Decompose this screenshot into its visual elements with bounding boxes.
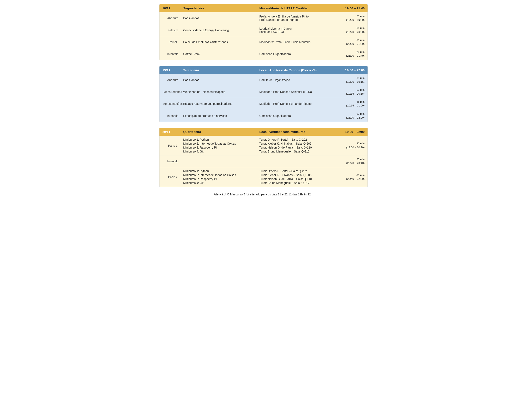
row-info: Comissão Organizadora — [259, 114, 335, 118]
header-date: 18/11 — [162, 6, 183, 10]
row-info: Mediador: Prof. Daniel Fernando Pigatto — [259, 102, 335, 105]
table-row: IntervaloCoffee BreakComissão Organizado… — [159, 48, 368, 60]
row-type: Intervalo — [162, 52, 183, 56]
row-type: Intervalo — [162, 160, 183, 163]
header-location: Local: Auditório da Reitoria (Bloco V4) — [259, 68, 335, 72]
section-monday: 18/11Segunda-feiraMiniauditório da UTFPR… — [159, 4, 368, 60]
row-info: Comissão Organizadora — [259, 52, 335, 56]
row-info-item: Tutor: Kleber K. H. Nabas – Sala: Q-205 — [259, 142, 333, 145]
table-row: PainelPainel de Ex-alunos #sistel20anosM… — [159, 36, 368, 48]
row-title-block: Minicurso 1: PythonMinicurso 2: Internet… — [183, 138, 259, 153]
header-date: 20/11 — [162, 130, 183, 134]
row-info-item: Tutor: Bruno Meneguele – Sala: Q-212 — [259, 181, 333, 184]
row-title-block: Minicurso 1: PythonMinicurso 2: Internet… — [183, 169, 259, 184]
row-type: Parte 1 — [162, 144, 183, 147]
row-duration: 60 min (19:20 – 20:20) — [335, 26, 365, 34]
row-title: Boas-vindas — [183, 16, 259, 20]
row-title-item: Minicurso 1: Python — [183, 138, 257, 141]
header-tuesday: 19/11Terça-feiraLocal: Auditório da Reit… — [159, 66, 368, 74]
row-type: Parte 2 — [162, 175, 183, 179]
header-day: Segunda-feira — [183, 6, 259, 10]
table-row: AberturaBoas-vindasComitê de Organização… — [159, 74, 368, 86]
footer-bold: Atenção! — [214, 193, 226, 196]
table-row: Intervalo20 min (20:20 – 20:40) — [159, 155, 368, 167]
row-info-block: Tutor: Omero F. Bertol – Sala: Q-202Tuto… — [259, 169, 335, 184]
row-duration: 80 min (20:40 – 22:00) — [335, 173, 365, 181]
row-title-item: Minicurso 4: Git — [183, 181, 257, 184]
row-type: Painel — [162, 40, 183, 44]
header-location: Local: verificar cada minicurso — [259, 130, 335, 134]
row-type: Abertura — [162, 78, 183, 82]
row-title: Espaço reservado aos patrocinadores — [183, 102, 259, 105]
header-time-range: 19:00 – 22:00 — [335, 68, 365, 72]
row-info-item: Tutor: Nelson G. de Paula – Sala: Q-110 — [259, 177, 333, 181]
table-row: IntervaloExposição de produtos e serviço… — [159, 110, 368, 122]
row-type: Palestra — [162, 29, 183, 32]
row-title-item: Minicurso 1: Python — [183, 169, 257, 173]
row-info-item: Tutor: Bruno Meneguele – Sala: Q-212 — [259, 150, 333, 153]
row-duration: 80 min (19:00 – 20:20) — [335, 142, 365, 149]
row-duration: 15 min (19:00 – 19:15) — [335, 76, 365, 84]
header-location: Miniauditório da UTFPR Curitiba — [259, 6, 335, 10]
row-info: Lourival Lippmann Junior (Instituto LACT… — [259, 27, 335, 33]
row-title-item: Minicurso 3: Raspberry Pi — [183, 177, 257, 181]
row-title: Painel de Ex-alunos #sistel20anos — [183, 40, 259, 44]
row-type: Intervalo — [162, 114, 183, 118]
section-tuesday: 19/11Terça-feiraLocal: Auditório da Reit… — [159, 66, 368, 122]
row-duration: 20 min (21:20 – 21:40) — [335, 50, 365, 58]
table-row: Parte 2Minicurso 1: PythonMinicurso 2: I… — [159, 167, 368, 187]
row-type: Apresentações — [162, 102, 183, 105]
row-title-item: Minicurso 2: Internet de Todas as Coisas — [183, 142, 257, 145]
row-info-item: Tutor: Omero F. Bertol – Sala: Q-202 — [259, 169, 333, 173]
row-title: Exposição de produtos e serviços — [183, 114, 259, 118]
row-title-item: Minicurso 4: Git — [183, 150, 257, 153]
row-duration: 60 min (20:20 – 21:20) — [335, 38, 365, 46]
row-info: Comitê de Organização — [259, 78, 335, 82]
row-type: Mesa redonda — [162, 90, 183, 94]
row-title: Coffee Break — [183, 52, 259, 56]
row-title: Boas-vindas — [183, 78, 259, 82]
header-day: Quarta-feira — [183, 130, 259, 134]
table-row: Parte 1Minicurso 1: PythonMinicurso 2: I… — [159, 136, 368, 155]
header-wednesday: 20/11Quarta-feiraLocal: verificar cada m… — [159, 128, 368, 136]
table-row: ApresentaçõesEspaço reservado aos patroc… — [159, 98, 368, 110]
row-info: Profa. Ângela Emília de Almeida Pinto Pr… — [259, 15, 335, 22]
row-title: Workshop de Telecomunicações — [183, 90, 259, 94]
row-duration: 60 min (19:15 – 20:15) — [335, 88, 365, 96]
row-info: Mediadora: Profa. Tânia Lúcia Monteiro — [259, 40, 335, 44]
row-title-item: Minicurso 3: Raspberry Pi — [183, 146, 257, 149]
row-duration: 45 min (20:15 – 21:00) — [335, 100, 365, 108]
footer-note: Atenção! O Minicurso 5 foi alterado para… — [159, 193, 368, 196]
row-info-block: Tutor: Omero F. Bertol – Sala: Q-202Tuto… — [259, 138, 335, 153]
header-time-range: 19:00 – 22:00 — [335, 130, 365, 134]
header-date: 19/11 — [162, 68, 183, 72]
header-monday: 18/11Segunda-feiraMiniauditório da UTFPR… — [159, 4, 368, 12]
table-row: PalestraConectividade e Energy Harvestin… — [159, 24, 368, 36]
row-info: Mediador: Prof. Robson Schiefler e Silva — [259, 90, 335, 94]
header-time-range: 19:00 – 21:40 — [335, 6, 365, 10]
row-duration: 20 min (20:20 – 20:40) — [335, 158, 365, 165]
row-title: Conectividade e Energy Harvesting — [183, 29, 259, 32]
table-row: Mesa redondaWorkshop de Telecomunicações… — [159, 86, 368, 98]
header-day: Terça-feira — [183, 68, 259, 72]
row-duration: 20 min (19:00 – 19:20) — [335, 14, 365, 22]
row-info-item: Tutor: Kleber K. H. Nabas – Sala: Q-205 — [259, 173, 333, 177]
row-duration: 60 min (21:00 – 22:00) — [335, 112, 365, 119]
schedule-container: 18/11Segunda-feiraMiniauditório da UTFPR… — [159, 4, 368, 196]
section-wednesday: 20/11Quarta-feiraLocal: verificar cada m… — [159, 128, 368, 187]
row-type: Abertura — [162, 16, 183, 20]
table-row: AberturaBoas-vindasProfa. Ângela Emília … — [159, 12, 368, 24]
row-title-item: Minicurso 2: Internet de Todas as Coisas — [183, 173, 257, 177]
row-info-item: Tutor: Nelson G. de Paula – Sala: Q-110 — [259, 146, 333, 149]
row-info-item: Tutor: Omero F. Bertol – Sala: Q-202 — [259, 138, 333, 141]
